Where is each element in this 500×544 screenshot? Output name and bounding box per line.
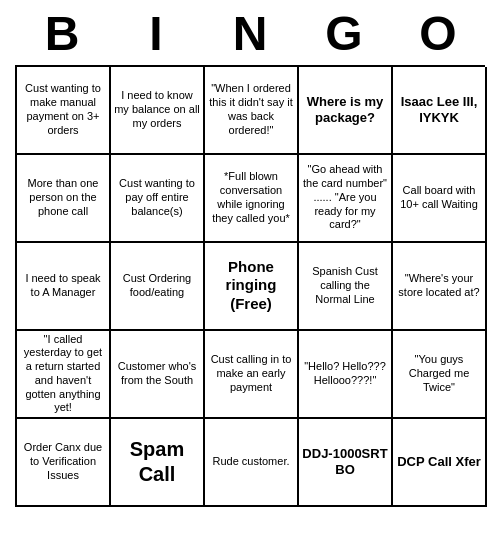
bingo-cell-r2-c3: Spanish Cust calling the Normal Line <box>299 243 393 331</box>
bingo-cell-r4-c4: DCP Call Xfer <box>393 419 487 507</box>
bingo-cell-r0-c2: "When I ordered this it didn't say it wa… <box>205 67 299 155</box>
bingo-cell-r2-c2: Phone ringing (Free) <box>205 243 299 331</box>
bingo-cell-r4-c3: DDJ-1000SRT BO <box>299 419 393 507</box>
bingo-letter: N <box>203 8 297 61</box>
bingo-cell-r3-c0: "I called yesterday to get a return star… <box>17 331 111 419</box>
bingo-cell-r1-c2: *Full blown conversation while ignoring … <box>205 155 299 243</box>
bingo-letter: G <box>297 8 391 61</box>
bingo-cell-r0-c0: Cust wanting to make manual payment on 3… <box>17 67 111 155</box>
bingo-cell-r2-c1: Cust Ordering food/eating <box>111 243 205 331</box>
bingo-letter: I <box>109 8 203 61</box>
bingo-cell-r1-c3: "Go ahead with the card number" ...... "… <box>299 155 393 243</box>
bingo-cell-r0-c3: Where is my package? <box>299 67 393 155</box>
bingo-cell-r3-c2: Cust calling in to make an early payment <box>205 331 299 419</box>
bingo-cell-r0-c1: I need to know my balance on all my orde… <box>111 67 205 155</box>
bingo-grid: Cust wanting to make manual payment on 3… <box>15 65 485 507</box>
bingo-cell-r3-c4: "You guys Charged me Twice" <box>393 331 487 419</box>
bingo-letter: B <box>15 8 109 61</box>
bingo-cell-r4-c2: Rude customer. <box>205 419 299 507</box>
bingo-cell-r1-c1: Cust wanting to pay off entire balance(s… <box>111 155 205 243</box>
bingo-cell-r2-c4: "Where's your store located at? <box>393 243 487 331</box>
bingo-cell-r1-c4: Call board with 10+ call Waiting <box>393 155 487 243</box>
bingo-cell-r0-c4: Isaac Lee III, IYKYK <box>393 67 487 155</box>
bingo-cell-r1-c0: More than one person on the phone call <box>17 155 111 243</box>
bingo-letter: O <box>391 8 485 61</box>
bingo-header: BINGO <box>15 8 485 61</box>
bingo-cell-r3-c1: Customer who's from the South <box>111 331 205 419</box>
bingo-cell-r3-c3: "Hello? Hello??? Hellooo???!" <box>299 331 393 419</box>
bingo-cell-r4-c1: Spam Call <box>111 419 205 507</box>
bingo-cell-r4-c0: Order Canx due to Verification Issues <box>17 419 111 507</box>
bingo-cell-r2-c0: I need to speak to A Manager <box>17 243 111 331</box>
